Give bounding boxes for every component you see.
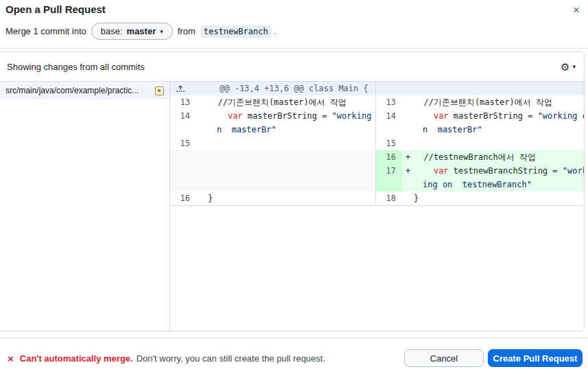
line-number: 16 [170, 191, 196, 205]
merge-summary-bar: Merge 1 commit into base: master ▾ from … [5, 22, 583, 40]
line-number: 14 [376, 109, 402, 123]
from-label: from [178, 26, 196, 36]
diff-row-old-14: 14 var masterBrString = "working o [170, 109, 375, 123]
diff-marker [402, 191, 414, 205]
code-token: //기존브랜치(master)에서 작업 [208, 97, 346, 107]
code-token: var [434, 111, 449, 121]
code-token [208, 111, 228, 121]
sentence-period: . [274, 26, 277, 36]
diff-view: @@ -13,4 +13,6 @@ class Main {13 //기존브랜치… [170, 82, 584, 331]
diff-row-new-13: 13 //기존브랜치(master)에서 작업 [376, 95, 584, 109]
gear-icon: ⚙ [561, 62, 569, 72]
footer-buttons: Cancel Create Pull Request [404, 349, 583, 367]
close-icon[interactable]: × [569, 3, 584, 18]
diff-row-old-filler [170, 150, 375, 191]
code-token: masterBrString = [243, 111, 332, 121]
diff-marker: + [402, 164, 414, 178]
line-number: 17 [376, 164, 402, 178]
diff-marker [402, 95, 414, 109]
open-pull-request-dialog: Open a Pull Request × Merge 1 commit int… [0, 0, 588, 378]
line-number: 18 [376, 191, 402, 205]
code-line: var masterBrString = "working o [208, 109, 375, 123]
changes-panel-header: Showing changes from all commits ⚙ ▾ [0, 52, 584, 82]
code-line [414, 137, 584, 150]
diff-row-new-wrap: n masterBr" [376, 123, 584, 137]
diff-marker [402, 178, 414, 191]
code-token: masterBrString = [449, 111, 538, 121]
code-token: var [228, 111, 243, 121]
code-line: //기존브랜치(master)에서 작업 [414, 95, 584, 109]
diff-row-new-15: 15 [376, 137, 584, 150]
diff-marker [196, 123, 208, 137]
diff-marker [402, 137, 414, 150]
base-branch-name: master [127, 26, 156, 36]
create-pull-request-button[interactable]: Create Pull Request [488, 349, 583, 367]
line-number: 14 [170, 109, 196, 123]
dialog-footer: × Can't automatically merge. Don't worry… [0, 338, 588, 378]
code-token: var [434, 166, 449, 176]
diff-options-button[interactable]: ⚙ ▾ [561, 62, 576, 72]
code-token: ing on testnewBranch" [423, 180, 532, 189]
code-line: n masterBr" [208, 123, 375, 137]
diff-row-old-hunk: @@ -13,4 +13,6 @@ class Main { [170, 82, 375, 95]
code-token: "working o [332, 111, 375, 121]
diff-row-new-16: 16+ //testnewBranch에서 작업 [376, 150, 584, 164]
header-divider [0, 48, 588, 49]
merge-error-detail: Don't worry, you can still create the pu… [137, 353, 325, 364]
code-token: testnewBranchString = [449, 166, 563, 176]
chevron-down-icon: ▾ [160, 28, 163, 35]
dialog-title: Open a Pull Request [5, 3, 106, 15]
base-branch-dropdown[interactable]: base: master ▾ [91, 23, 173, 40]
code-line: //testnewBranch에서 작업 [414, 150, 584, 164]
diff-row-new-14: 14 var masterBrString = "working o [376, 109, 584, 123]
diff-row-old-13: 13 //기존브랜치(master)에서 작업 [170, 95, 375, 109]
line-number: 13 [170, 95, 196, 109]
chevron-down-icon: ▾ [572, 63, 576, 70]
line-number: 15 [170, 137, 196, 150]
changed-files-list: src/main/java/com/example/practic... [0, 82, 170, 331]
code-line: ing on testnewBranch" [414, 178, 584, 191]
code-token: //testnewBranch에서 작업 [414, 152, 536, 162]
line-number: 13 [376, 95, 402, 109]
code-line: var testnewBranchString = "work [414, 164, 584, 178]
changes-header-label: Showing changes from all commits [7, 62, 145, 72]
code-token [414, 166, 434, 176]
code-token [414, 111, 434, 121]
cancel-button[interactable]: Cancel [404, 349, 484, 367]
diff-row-new-hunk-spacer [376, 82, 584, 95]
line-number [376, 123, 402, 137]
code-line: var masterBrString = "working o [414, 109, 584, 123]
diff-row-old-wrap: n masterBr" [170, 123, 375, 137]
diff-pane-new: 13 //기존브랜치(master)에서 작업14 var masterBrSt… [375, 82, 584, 205]
diff-row-new-17: 17+ var testnewBranchString = "work [376, 164, 584, 178]
changes-panel-body: src/main/java/com/example/practic... @@ … [0, 82, 584, 331]
split-diff-table: @@ -13,4 +13,6 @@ class Main {13 //기존브랜치… [170, 82, 584, 206]
file-list-item[interactable]: src/main/java/com/example/practic... [0, 82, 169, 99]
code-token: } [208, 193, 213, 203]
code-token: "working o [538, 111, 584, 121]
diff-marker [402, 109, 414, 123]
code-token: n masterBr" [217, 125, 277, 134]
code-line: //기존브랜치(master)에서 작업 [208, 95, 375, 109]
merge-error-label: Can't automatically merge. [20, 353, 133, 364]
file-path-label: src/main/java/com/example/practic... [5, 86, 151, 95]
line-number: 15 [376, 137, 402, 150]
code-token: "work [563, 166, 584, 176]
diff-row-new-18: 18} [376, 191, 584, 205]
expand-hunk-icon[interactable] [170, 82, 202, 95]
changes-panel: Showing changes from all commits ⚙ ▾ src… [0, 51, 585, 331]
diff-marker [196, 109, 208, 123]
head-branch-chip: testnewBranch [200, 25, 272, 38]
diff-row-old-16: 16} [170, 191, 375, 205]
diff-row-new-add-wrap: ing on testnewBranch" [376, 178, 584, 191]
diff-marker [196, 191, 208, 205]
diff-marker [402, 123, 414, 137]
diff-marker [196, 137, 208, 150]
diff-marker: + [402, 150, 414, 164]
diff-pane-old: @@ -13,4 +13,6 @@ class Main {13 //기존브랜치… [170, 82, 375, 205]
line-number [170, 123, 196, 137]
code-line: } [208, 191, 375, 205]
merge-prefix-label: Merge 1 commit into [5, 26, 86, 36]
modified-file-icon [155, 86, 164, 95]
code-line [208, 137, 375, 150]
